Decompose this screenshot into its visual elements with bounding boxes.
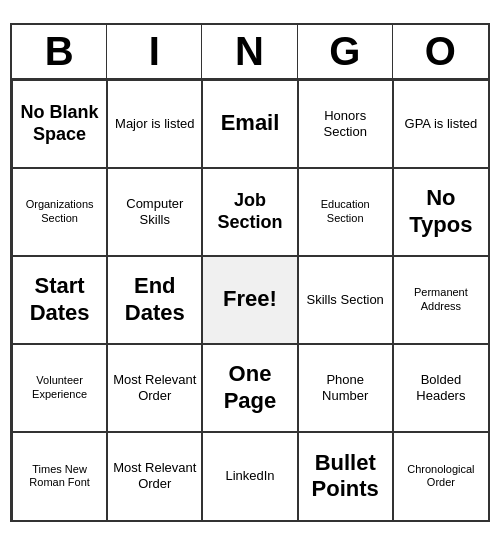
cell-text-10: Start Dates — [17, 273, 102, 326]
bingo-cell-9: No Typos — [393, 168, 488, 256]
cell-text-4: GPA is listed — [405, 116, 478, 132]
cell-text-5: Organizations Section — [17, 198, 102, 224]
bingo-cell-0: No Blank Space — [12, 80, 107, 168]
bingo-cell-16: Most Relevant Order — [107, 344, 202, 432]
cell-text-7: Job Section — [207, 190, 292, 233]
cell-text-17: One Page — [207, 361, 292, 414]
bingo-cell-24: Chronological Order — [393, 432, 488, 520]
header-letter-n: N — [202, 25, 297, 78]
cell-text-1: Major is listed — [115, 116, 194, 132]
bingo-cell-18: Phone Number — [298, 344, 393, 432]
cell-text-24: Chronological Order — [398, 463, 484, 489]
bingo-header: BINGO — [12, 25, 488, 80]
header-letter-o: O — [393, 25, 488, 78]
bingo-cell-22: LinkedIn — [202, 432, 297, 520]
cell-text-12: Free! — [223, 286, 277, 312]
cell-text-2: Email — [221, 110, 280, 136]
bingo-cell-13: Skills Section — [298, 256, 393, 344]
cell-text-22: LinkedIn — [225, 468, 274, 484]
bingo-grid: No Blank SpaceMajor is listedEmailHonors… — [12, 80, 488, 520]
cell-text-11: End Dates — [112, 273, 197, 326]
cell-text-21: Most Relevant Order — [112, 460, 197, 491]
cell-text-13: Skills Section — [307, 292, 384, 308]
bingo-cell-10: Start Dates — [12, 256, 107, 344]
header-letter-i: I — [107, 25, 202, 78]
cell-text-0: No Blank Space — [17, 102, 102, 145]
bingo-cell-6: Computer Skills — [107, 168, 202, 256]
bingo-cell-7: Job Section — [202, 168, 297, 256]
bingo-cell-1: Major is listed — [107, 80, 202, 168]
header-letter-b: B — [12, 25, 107, 78]
bingo-cell-12: Free! — [202, 256, 297, 344]
bingo-cell-11: End Dates — [107, 256, 202, 344]
bingo-cell-20: Times New Roman Font — [12, 432, 107, 520]
header-letter-g: G — [298, 25, 393, 78]
bingo-cell-23: Bullet Points — [298, 432, 393, 520]
cell-text-3: Honors Section — [303, 108, 388, 139]
bingo-cell-3: Honors Section — [298, 80, 393, 168]
cell-text-9: No Typos — [398, 185, 484, 238]
bingo-card: BINGO No Blank SpaceMajor is listedEmail… — [10, 23, 490, 522]
cell-text-15: Volunteer Experience — [17, 374, 102, 400]
cell-text-8: Education Section — [303, 198, 388, 224]
bingo-cell-19: Bolded Headers — [393, 344, 488, 432]
cell-text-16: Most Relevant Order — [112, 372, 197, 403]
cell-text-6: Computer Skills — [112, 196, 197, 227]
bingo-cell-14: Permanent Address — [393, 256, 488, 344]
cell-text-18: Phone Number — [303, 372, 388, 403]
bingo-cell-5: Organizations Section — [12, 168, 107, 256]
cell-text-20: Times New Roman Font — [17, 463, 102, 489]
cell-text-19: Bolded Headers — [398, 372, 484, 403]
cell-text-14: Permanent Address — [398, 286, 484, 312]
bingo-cell-4: GPA is listed — [393, 80, 488, 168]
bingo-cell-15: Volunteer Experience — [12, 344, 107, 432]
bingo-cell-17: One Page — [202, 344, 297, 432]
bingo-cell-2: Email — [202, 80, 297, 168]
bingo-cell-21: Most Relevant Order — [107, 432, 202, 520]
cell-text-23: Bullet Points — [303, 450, 388, 503]
bingo-cell-8: Education Section — [298, 168, 393, 256]
